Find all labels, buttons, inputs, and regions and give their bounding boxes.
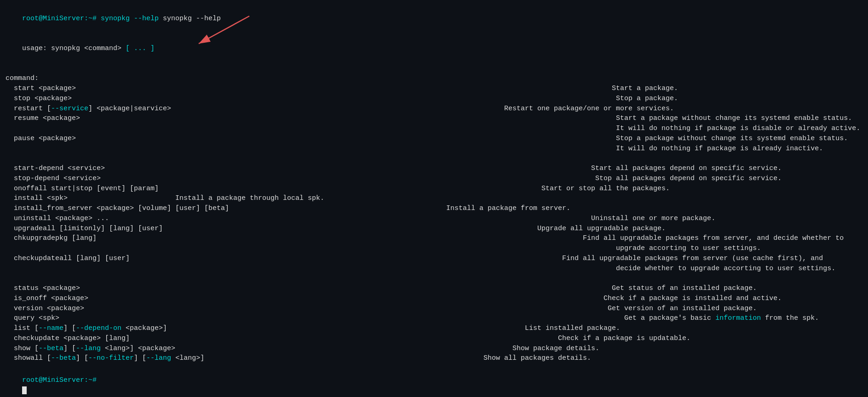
cmd-stop-depend: stop-depend <service> Stop all packages … bbox=[6, 174, 862, 184]
cmd-stop: stop <package> Stop a package. bbox=[6, 94, 862, 104]
empty-row-2 bbox=[6, 273, 862, 284]
empty-line-1 bbox=[6, 64, 862, 74]
top-command-line: root@MiniServer:~# synopkg --help synopk… bbox=[6, 4, 862, 34]
cmd-pause-cont: It will do nothing if package is already… bbox=[6, 144, 862, 154]
cmd-resume-cont: It will do nothing if package is disable… bbox=[6, 124, 862, 134]
cmd-list: list [--name] [--depend-on <package>] Li… bbox=[6, 323, 862, 334]
cmd-checkupdateall-cont: decide whether to upgrade accorting to u… bbox=[6, 264, 862, 274]
svg-line-1 bbox=[199, 16, 249, 44]
cmd-show: show [--beta] [--lang <lang>] <package> … bbox=[6, 344, 862, 354]
cmd-version: version <package> Get version of an inst… bbox=[6, 304, 862, 314]
cmd-chkupgradepkg: chkupgradepkg [lang] Find all upgradable… bbox=[6, 233, 862, 244]
cmd-query: query <spk> Get a package's basic inform… bbox=[6, 313, 862, 323]
cursor-blink bbox=[22, 386, 27, 394]
cmd-is-onoff: is_onoff <package> Check if a package is… bbox=[6, 294, 862, 304]
cmd-resume: resume <package> Start a package without… bbox=[6, 113, 862, 124]
cmd-start: start <package> Start a package. bbox=[6, 84, 862, 94]
cmd-checkupdate: checkupdate <package> [lang] Check if a … bbox=[6, 334, 862, 344]
cmd-uninstall: uninstall <package> ... Uninstall one or… bbox=[6, 214, 862, 224]
cmd-checkupdateall: checkupdateall [lang] [user] Find all up… bbox=[6, 254, 862, 264]
cmd-pause: pause <package> Stop a package without c… bbox=[6, 134, 862, 144]
cmd-install-from-server: install_from_server <package> [volume] [… bbox=[6, 204, 862, 214]
cmd-onoffall: onoffall start|stop [event] [param] Star… bbox=[6, 184, 862, 194]
command-table: start <package> Start a package. stop <p… bbox=[6, 84, 862, 363]
command-label: command: bbox=[6, 74, 862, 84]
final-prompt-line: root@MiniServer:~# bbox=[6, 365, 862, 397]
empty-row-1 bbox=[6, 153, 862, 164]
cmd-restart: restart [--service] <package|searvice> R… bbox=[6, 104, 862, 114]
cmd-install: install <spk> Install a package through … bbox=[6, 193, 862, 204]
cmd-status: status <package> Get status of an instal… bbox=[6, 284, 862, 294]
cmd-start-depend: start-depend <service> Start all package… bbox=[6, 164, 862, 174]
final-prompt: root@MiniServer:~# bbox=[22, 376, 101, 384]
usage-line: usage: synopkg <command> [ ... ] bbox=[6, 34, 862, 63]
annotation-arrow bbox=[185, 14, 259, 51]
prompt: root@MiniServer:~# synopkg --help bbox=[22, 15, 159, 23]
cmd-upgradeall: upgradeall [limitonly] [lang] [user] Upg… bbox=[6, 224, 862, 234]
information-link: information bbox=[715, 314, 761, 322]
cmd-showall: showall [--beta] [--no-filter] [--lang <… bbox=[6, 353, 862, 363]
terminal: root@MiniServer:~# synopkg --help synopk… bbox=[6, 4, 862, 397]
cmd-chkupgradepkg-cont: upgrade accorting to user settings. bbox=[6, 244, 862, 254]
